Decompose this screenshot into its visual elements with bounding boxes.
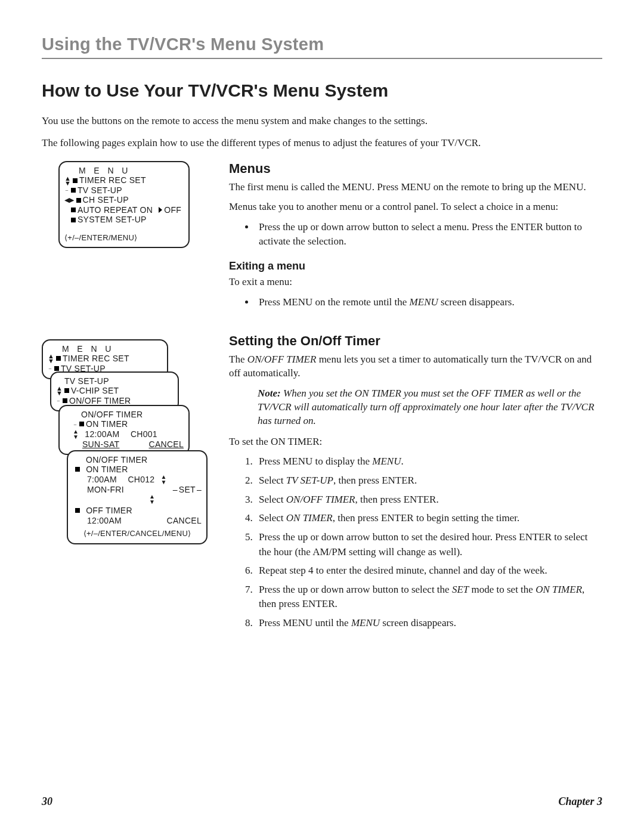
- list-item: Select TV SET-UP, then press ENTER.: [255, 473, 602, 488]
- cursor-icon: [73, 178, 78, 183]
- up-down-nav-icon: ▲▼: [48, 354, 54, 363]
- cursor-icon: [54, 366, 59, 371]
- list-item: Press the up or down arrow button to sel…: [255, 220, 602, 249]
- chapter-label: Chapter 3: [558, 795, 602, 808]
- menu-item: V-CHIP SET: [71, 386, 119, 396]
- cursor-icon: [75, 467, 80, 472]
- up-down-nav-icon: ▲▼: [64, 176, 71, 185]
- note-block: Note: When you set the ON TIMER you must…: [258, 386, 602, 428]
- menu-item-value: OFF: [164, 205, 181, 215]
- menu-item: TIMER REC SET: [79, 175, 146, 185]
- stacked-menu-figure: M E N U ▲▼TIMER REC SET –TV SET-UP TV SE…: [42, 339, 216, 560]
- body-paragraph: The ON/OFF TIMER menu lets you set a tim…: [229, 352, 602, 380]
- cursor-icon: [71, 188, 76, 193]
- menu-panel-stack-4: ON/OFF TIMER ON TIMER 7:00AM CH012 ▲▼ MO…: [67, 450, 208, 544]
- header-rule: [42, 58, 602, 59]
- menu-item: TV SET-UP: [78, 185, 122, 196]
- day-range: SUN-SAT: [82, 439, 119, 450]
- section-heading: Setting the On/Off Timer: [229, 333, 602, 349]
- list-item: Press MENU until the MENU screen disappe…: [255, 616, 602, 631]
- panel-title: M E N U: [79, 166, 131, 176]
- menu-item: CH SET-UP: [83, 195, 129, 205]
- menu-item: ON/OFF TIMER: [69, 396, 131, 406]
- day-range: MON-FRI: [87, 485, 124, 495]
- list-item: Press the up or down arrow button to sel…: [255, 583, 602, 612]
- cursor-icon: [63, 398, 67, 403]
- list-item: Press MENU on the remote until the MENU …: [255, 295, 602, 309]
- menu-item: TIMER REC SET: [63, 354, 129, 364]
- channel-value: CH001: [131, 429, 157, 439]
- nav-arrow-icon: ▲▼: [149, 494, 155, 504]
- timer-value: 7:00AM: [87, 475, 117, 485]
- cursor-icon: [71, 218, 76, 222]
- on-timer-label: ON TIMER: [86, 465, 128, 475]
- panel-title: ON/OFF TIMER: [86, 455, 147, 465]
- channel-value: CH012: [128, 475, 154, 485]
- off-timer-label: OFF TIMER: [86, 506, 132, 516]
- list-item: Press the up or down arrow button to set…: [255, 530, 602, 559]
- panel-title: TV SET-UP: [64, 376, 109, 386]
- body-paragraph: To exit a menu:: [229, 275, 602, 289]
- cursor-icon: [71, 208, 76, 212]
- section-heading: Menus: [229, 161, 602, 176]
- cursor-icon: [64, 388, 69, 393]
- cursor-icon: [79, 422, 84, 426]
- panel-title: M E N U: [62, 344, 114, 354]
- list-item: Repeat step 4 to enter the desired minut…: [255, 563, 602, 578]
- list-item: Select ON/OFF TIMER, then press ENTER.: [255, 493, 602, 507]
- mode-value: SET: [179, 485, 196, 495]
- menu-panel-stack-3: ON/OFF TIMER –ON TIMER ▲▼ 12:00AM CH001 …: [58, 405, 190, 456]
- left-right-nav-icon: ◀▶: [64, 196, 75, 204]
- menu-item: AUTO REPEAT ON: [78, 205, 153, 215]
- mode-value: CANCEL: [167, 516, 202, 526]
- page-number: 30: [42, 795, 52, 808]
- triangle-right-icon: [159, 207, 162, 213]
- cursor-icon: [76, 198, 81, 203]
- list-item: Select ON TIMER, then press ENTER to beg…: [255, 511, 602, 526]
- mode-value: CANCEL: [149, 439, 184, 450]
- cursor-icon: [56, 356, 61, 361]
- cursor-icon: [75, 508, 80, 513]
- intro-paragraph: The following pages explain how to use t…: [42, 136, 483, 150]
- menu-item: ON TIMER: [86, 419, 128, 429]
- menu-item: SYSTEM SET-UP: [78, 215, 147, 225]
- timer-value: 12:00AM: [87, 516, 122, 526]
- nav-arrow-icon: ▲▼: [161, 475, 167, 485]
- body-paragraph: The first menu is called the MENU. Press…: [229, 180, 602, 194]
- menu-screenshot-panel: M E N U ▲▼TIMER REC SET –TV SET-UP ◀▶CH …: [58, 161, 190, 248]
- nav-arrow-icon: ▲▼: [73, 429, 79, 439]
- timer-value: 12:00AM: [85, 429, 119, 439]
- panel-title: ON/OFF TIMER: [81, 410, 143, 420]
- subsection-heading: Exiting a menu: [229, 260, 602, 272]
- intro-paragraph: You use the buttons on the remote to acc…: [42, 114, 483, 128]
- page-title: How to Use Your TV/VCR's Menu System: [42, 80, 602, 101]
- steps-list: Press MENU to display the MENU. Select T…: [255, 454, 602, 630]
- list-item: Press MENU to display the MENU.: [255, 454, 602, 469]
- panel-footer-hint: ⟨+/–/ENTER/CANCEL/MENU⟩: [73, 529, 202, 538]
- up-down-nav-icon: ▲▼: [56, 386, 63, 395]
- body-paragraph: Menus take you to another menu or a cont…: [229, 200, 602, 213]
- body-paragraph: To set the ON TIMER:: [229, 435, 602, 448]
- note-label: Note:: [258, 388, 281, 399]
- note-body: When you set the ON TIMER you must set t…: [258, 388, 595, 426]
- panel-footer-hint: ⟨+/–/ENTER/MENU⟩: [64, 233, 184, 242]
- chapter-header: Using the TV/VCR's Menu System: [42, 35, 602, 54]
